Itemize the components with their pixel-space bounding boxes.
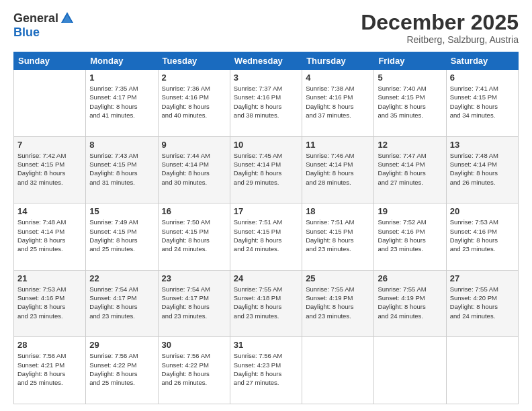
day-cell: 4Sunrise: 7:38 AM Sunset: 4:16 PM Daylig…: [302, 70, 374, 137]
day-number: 16: [162, 206, 226, 216]
day-number: 15: [89, 206, 154, 216]
day-cell: 11Sunrise: 7:46 AM Sunset: 4:14 PM Dayli…: [302, 136, 374, 203]
day-info: Sunrise: 7:44 AM Sunset: 4:14 PM Dayligh…: [162, 151, 226, 187]
day-number: 1: [89, 73, 154, 83]
day-cell: 20Sunrise: 7:53 AM Sunset: 4:16 PM Dayli…: [446, 203, 518, 271]
day-number: 14: [17, 206, 82, 216]
day-info: Sunrise: 7:36 AM Sunset: 4:16 PM Dayligh…: [162, 84, 226, 120]
day-cell: 2Sunrise: 7:36 AM Sunset: 4:16 PM Daylig…: [158, 70, 230, 137]
day-cell: 17Sunrise: 7:51 AM Sunset: 4:15 PM Dayli…: [230, 203, 302, 271]
logo-icon: [60, 11, 75, 26]
week-row-0: 1Sunrise: 7:35 AM Sunset: 4:17 PM Daylig…: [14, 70, 519, 137]
day-number: 6: [450, 73, 515, 83]
day-info: Sunrise: 7:38 AM Sunset: 4:16 PM Dayligh…: [306, 84, 370, 120]
day-cell: 21Sunrise: 7:53 AM Sunset: 4:16 PM Dayli…: [14, 270, 86, 337]
col-header-wednesday: Wednesday: [230, 52, 302, 70]
col-header-tuesday: Tuesday: [158, 52, 230, 70]
day-cell: 7Sunrise: 7:42 AM Sunset: 4:15 PM Daylig…: [14, 136, 86, 203]
col-header-saturday: Saturday: [446, 52, 518, 70]
day-cell: 31Sunrise: 7:56 AM Sunset: 4:23 PM Dayli…: [230, 337, 302, 404]
calendar-table: SundayMondayTuesdayWednesdayThursdayFrid…: [13, 52, 519, 404]
day-info: Sunrise: 7:41 AM Sunset: 4:15 PM Dayligh…: [450, 84, 515, 120]
day-number: 29: [89, 340, 154, 350]
day-number: 9: [162, 140, 226, 150]
day-cell: 25Sunrise: 7:55 AM Sunset: 4:19 PM Dayli…: [302, 270, 374, 337]
day-cell: 27Sunrise: 7:55 AM Sunset: 4:20 PM Dayli…: [446, 270, 518, 337]
day-cell: 19Sunrise: 7:52 AM Sunset: 4:16 PM Dayli…: [374, 203, 446, 271]
day-info: Sunrise: 7:54 AM Sunset: 4:17 PM Dayligh…: [89, 285, 154, 320]
day-number: 18: [306, 206, 370, 216]
day-info: Sunrise: 7:50 AM Sunset: 4:15 PM Dayligh…: [162, 218, 226, 253]
day-info: Sunrise: 7:42 AM Sunset: 4:15 PM Dayligh…: [17, 151, 82, 187]
logo-general: General: [13, 11, 58, 26]
day-cell: [374, 337, 446, 404]
day-cell: 23Sunrise: 7:54 AM Sunset: 4:17 PM Dayli…: [158, 270, 230, 337]
col-header-monday: Monday: [86, 52, 158, 70]
month-title: December 2025: [361, 11, 519, 34]
day-number: 31: [234, 340, 298, 350]
logo: General Blue: [13, 11, 75, 40]
week-row-1: 7Sunrise: 7:42 AM Sunset: 4:15 PM Daylig…: [14, 136, 519, 203]
subtitle: Reitberg, Salzburg, Austria: [361, 34, 519, 45]
day-number: 4: [306, 73, 370, 83]
day-info: Sunrise: 7:55 AM Sunset: 4:20 PM Dayligh…: [450, 285, 515, 320]
day-cell: [446, 337, 518, 404]
day-number: 2: [162, 73, 226, 83]
day-info: Sunrise: 7:54 AM Sunset: 4:17 PM Dayligh…: [162, 285, 226, 320]
day-info: Sunrise: 7:43 AM Sunset: 4:15 PM Dayligh…: [89, 151, 154, 187]
day-cell: 14Sunrise: 7:48 AM Sunset: 4:14 PM Dayli…: [14, 203, 86, 271]
day-number: 17: [234, 206, 298, 216]
day-cell: 18Sunrise: 7:51 AM Sunset: 4:15 PM Dayli…: [302, 203, 374, 271]
day-cell: 10Sunrise: 7:45 AM Sunset: 4:14 PM Dayli…: [230, 136, 302, 203]
day-cell: 13Sunrise: 7:48 AM Sunset: 4:14 PM Dayli…: [446, 136, 518, 203]
calendar-container: General Blue December 2025 Reitberg, Sal…: [0, 0, 532, 411]
day-cell: [302, 337, 374, 404]
col-header-thursday: Thursday: [302, 52, 374, 70]
day-number: 22: [89, 273, 154, 283]
day-cell: 6Sunrise: 7:41 AM Sunset: 4:15 PM Daylig…: [446, 70, 518, 137]
day-number: 27: [450, 273, 515, 283]
day-info: Sunrise: 7:56 AM Sunset: 4:22 PM Dayligh…: [89, 351, 154, 387]
logo-blue: Blue: [13, 26, 40, 39]
day-number: 24: [234, 273, 298, 283]
day-info: Sunrise: 7:55 AM Sunset: 4:19 PM Dayligh…: [378, 285, 442, 320]
title-block: December 2025 Reitberg, Salzburg, Austri…: [361, 11, 519, 45]
week-row-4: 28Sunrise: 7:56 AM Sunset: 4:21 PM Dayli…: [14, 337, 519, 404]
day-info: Sunrise: 7:56 AM Sunset: 4:23 PM Dayligh…: [234, 351, 298, 387]
day-cell: 30Sunrise: 7:56 AM Sunset: 4:22 PM Dayli…: [158, 337, 230, 404]
day-info: Sunrise: 7:49 AM Sunset: 4:15 PM Dayligh…: [89, 218, 154, 253]
day-cell: 16Sunrise: 7:50 AM Sunset: 4:15 PM Dayli…: [158, 203, 230, 271]
day-info: Sunrise: 7:53 AM Sunset: 4:16 PM Dayligh…: [17, 285, 82, 320]
day-number: 5: [378, 73, 442, 83]
day-number: 8: [89, 140, 154, 150]
day-number: 13: [450, 140, 515, 150]
day-info: Sunrise: 7:51 AM Sunset: 4:15 PM Dayligh…: [306, 218, 370, 253]
day-number: 10: [234, 140, 298, 150]
day-cell: 5Sunrise: 7:40 AM Sunset: 4:15 PM Daylig…: [374, 70, 446, 137]
day-info: Sunrise: 7:35 AM Sunset: 4:17 PM Dayligh…: [89, 84, 154, 120]
day-cell: 22Sunrise: 7:54 AM Sunset: 4:17 PM Dayli…: [86, 270, 158, 337]
day-number: 19: [378, 206, 442, 216]
day-number: 11: [306, 140, 370, 150]
day-info: Sunrise: 7:46 AM Sunset: 4:14 PM Dayligh…: [306, 151, 370, 187]
week-row-2: 14Sunrise: 7:48 AM Sunset: 4:14 PM Dayli…: [14, 203, 519, 271]
day-cell: 29Sunrise: 7:56 AM Sunset: 4:22 PM Dayli…: [86, 337, 158, 404]
day-cell: 28Sunrise: 7:56 AM Sunset: 4:21 PM Dayli…: [14, 337, 86, 404]
day-cell: 15Sunrise: 7:49 AM Sunset: 4:15 PM Dayli…: [86, 203, 158, 271]
day-cell: 12Sunrise: 7:47 AM Sunset: 4:14 PM Dayli…: [374, 136, 446, 203]
day-number: 7: [17, 140, 82, 150]
day-info: Sunrise: 7:48 AM Sunset: 4:14 PM Dayligh…: [17, 218, 82, 253]
day-info: Sunrise: 7:53 AM Sunset: 4:16 PM Dayligh…: [450, 218, 515, 253]
day-info: Sunrise: 7:56 AM Sunset: 4:22 PM Dayligh…: [162, 351, 226, 387]
day-info: Sunrise: 7:48 AM Sunset: 4:14 PM Dayligh…: [450, 151, 515, 187]
day-number: 28: [17, 340, 82, 350]
day-info: Sunrise: 7:40 AM Sunset: 4:15 PM Dayligh…: [378, 84, 442, 120]
day-number: 20: [450, 206, 515, 216]
col-header-friday: Friday: [374, 52, 446, 70]
day-cell: 1Sunrise: 7:35 AM Sunset: 4:17 PM Daylig…: [86, 70, 158, 137]
day-number: 12: [378, 140, 442, 150]
header-row: SundayMondayTuesdayWednesdayThursdayFrid…: [14, 52, 519, 70]
day-cell: 9Sunrise: 7:44 AM Sunset: 4:14 PM Daylig…: [158, 136, 230, 203]
day-number: 23: [162, 273, 226, 283]
day-info: Sunrise: 7:47 AM Sunset: 4:14 PM Dayligh…: [378, 151, 442, 187]
